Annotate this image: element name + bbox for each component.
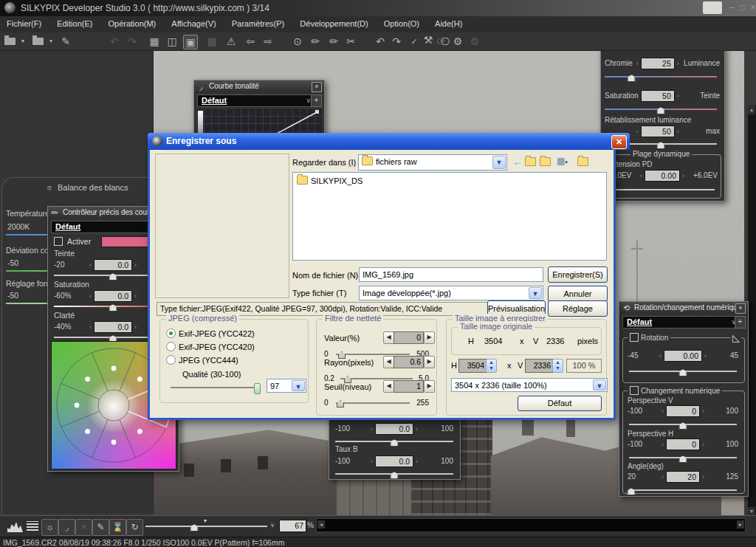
file-item[interactable]: SILKYPIX_DS	[311, 176, 362, 185]
menu-developpement[interactable]: Développement(D)	[293, 16, 374, 28]
taux-value1[interactable]: 0.0	[375, 423, 413, 435]
dr-slider[interactable]	[608, 186, 715, 194]
view-menu-icon[interactable]: ▦▾	[557, 156, 568, 166]
rotation-add-button[interactable]: +	[735, 316, 746, 328]
thumbnail-view-icon[interactable]: ▦	[148, 35, 161, 48]
pv-value[interactable]: 0	[666, 405, 700, 417]
inc-arrow[interactable]: ›	[702, 441, 704, 448]
dec-arrow[interactable]: ‹	[371, 425, 373, 433]
saturation-value[interactable]: 0.0	[94, 290, 132, 302]
chromie-value[interactable]: 25	[641, 58, 675, 69]
dec-button[interactable]: ◀	[383, 331, 394, 344]
rayon-value[interactable]: 0.6	[394, 356, 424, 368]
taux-slider2[interactable]	[335, 470, 453, 478]
horizontal-scrollbar[interactable]: ◄ ►	[316, 518, 746, 532]
menu-affichage[interactable]: Affichage(V)	[165, 16, 222, 28]
inc-arrow[interactable]: ›	[677, 60, 679, 67]
quality-thumb[interactable]	[254, 383, 261, 394]
scroll-up-icon[interactable]: ▲	[748, 106, 755, 114]
close-icon[interactable]: ×	[735, 303, 746, 314]
split-view-icon[interactable]: ◫	[165, 35, 179, 48]
pv-slider[interactable]	[629, 421, 737, 429]
next-mark-icon[interactable]: ⇨	[261, 35, 275, 48]
radio-icon[interactable]	[166, 342, 176, 351]
batch-check-icon[interactable]: ⚙	[468, 35, 481, 48]
rotation-preset[interactable]: Défaut∨	[622, 316, 739, 328]
inc-arrow[interactable]: ›	[677, 128, 679, 135]
up-folder-icon[interactable]	[525, 157, 539, 167]
scroll-left-icon[interactable]: ◄	[317, 520, 325, 529]
tone-curve-title[interactable]: Courbe tonalité	[194, 80, 324, 92]
single-view-icon[interactable]: ▣	[183, 35, 198, 49]
spot-tool-button[interactable]: ×	[75, 519, 92, 536]
lum-saturation-slider[interactable]	[605, 106, 717, 114]
size-default-button[interactable]: Défaut	[518, 396, 602, 411]
angle-value[interactable]: 20	[666, 471, 700, 483]
ph-slider[interactable]	[629, 454, 737, 462]
dec-arrow[interactable]: ‹	[662, 441, 664, 448]
folder-view-icon[interactable]	[577, 157, 591, 167]
seuil-range[interactable]: 0 255	[324, 399, 429, 407]
scroll-right-icon[interactable]: ►	[737, 520, 744, 529]
loupe-icon[interactable]: ⊙	[291, 35, 304, 48]
restore-value[interactable]: 50	[641, 125, 675, 137]
rotation-title[interactable]: Rotation/changement numérique	[619, 302, 748, 314]
v-size-input[interactable]: 2336	[525, 359, 554, 373]
seuil-value[interactable]: 1	[394, 380, 424, 393]
new-folder-icon[interactable]	[540, 157, 554, 167]
inc-button[interactable]: ▶	[424, 356, 435, 368]
inc-arrow[interactable]: ›	[416, 458, 418, 465]
minimize-button[interactable]: –	[726, 3, 737, 13]
inc-arrow[interactable]: ›	[134, 261, 137, 269]
zoom-menu-icon[interactable]: ∨	[270, 522, 275, 529]
dec-arrow[interactable]: ‹	[371, 458, 373, 465]
open-image-caret[interactable]: ▾	[44, 35, 58, 48]
file-list[interactable]: SILKYPIX_DS	[292, 172, 607, 261]
inc-arrow[interactable]: ›	[702, 407, 704, 415]
menu-parametres[interactable]: Paramètres(P)	[225, 16, 292, 28]
dialog-title-bar[interactable]: Enregistrer sous ✕	[148, 133, 630, 150]
dec-arrow[interactable]: ‹	[636, 60, 639, 67]
angle-slider[interactable]	[629, 486, 737, 495]
size-select[interactable]: 3504 x 2336 (taille 100%)▼	[451, 378, 608, 392]
menu-aide[interactable]: Aide(H)	[428, 16, 469, 28]
dec-arrow[interactable]: ‹	[89, 261, 92, 269]
stamp-icon[interactable]: ✎	[59, 35, 72, 48]
menu-operation[interactable]: Opération(M)	[101, 16, 162, 28]
h-spinner[interactable]: ▲▼	[486, 359, 497, 373]
inc-button[interactable]: ▶	[424, 331, 435, 344]
jpeg-option-3[interactable]: JPEG (YCC444)	[166, 355, 238, 365]
develop-icon[interactable]: ⎔	[439, 35, 452, 48]
back-arrow-icon[interactable]: ←	[512, 156, 523, 168]
open-folder-caret[interactable]: ▾	[16, 35, 30, 48]
rotate-right-icon[interactable]: ↷	[390, 35, 403, 48]
inc-arrow[interactable]: ›	[677, 92, 679, 100]
inc-arrow[interactable]: ›	[134, 323, 137, 331]
mark-check-icon[interactable]: ✓	[408, 35, 421, 48]
menu-option[interactable]: Option(O)	[377, 16, 426, 28]
dec-arrow[interactable]: ‹	[636, 92, 639, 100]
fine-color-button[interactable]: ✎	[92, 519, 109, 536]
activer-checkbox[interactable]	[54, 237, 63, 246]
hourglass-button[interactable]: ⌛	[109, 519, 126, 536]
filename-input[interactable]: IMG_1569.jpg	[359, 267, 543, 282]
inc-arrow[interactable]: ›	[416, 425, 418, 433]
menu-edition[interactable]: Edition(E)	[50, 16, 99, 28]
inc-arrow[interactable]: ›	[682, 172, 684, 179]
hammer-icon[interactable]: ⚒	[422, 33, 435, 47]
zoom-value-box[interactable]: 67	[279, 520, 306, 532]
close-icon[interactable]: ×	[312, 82, 322, 92]
dec-arrow[interactable]: ‹	[662, 407, 664, 415]
reglage-button[interactable]: Réglage	[548, 300, 608, 317]
rotation-button[interactable]: ↻	[126, 519, 143, 536]
gray-picker-icon[interactable]: ✎	[324, 32, 343, 50]
radio-icon[interactable]	[166, 355, 176, 365]
rotation-checkbox[interactable]	[630, 333, 639, 342]
dialog-close-icon[interactable]: ✕	[611, 135, 627, 149]
redo-icon[interactable]: ↷	[126, 35, 139, 48]
dec-arrow[interactable]: ‹	[640, 172, 642, 179]
dec-arrow[interactable]: ‹	[662, 473, 664, 481]
dec-arrow[interactable]: ‹	[659, 352, 662, 359]
wb-picker-icon[interactable]: ✎	[306, 32, 324, 50]
open-image-icon[interactable]	[32, 38, 44, 45]
